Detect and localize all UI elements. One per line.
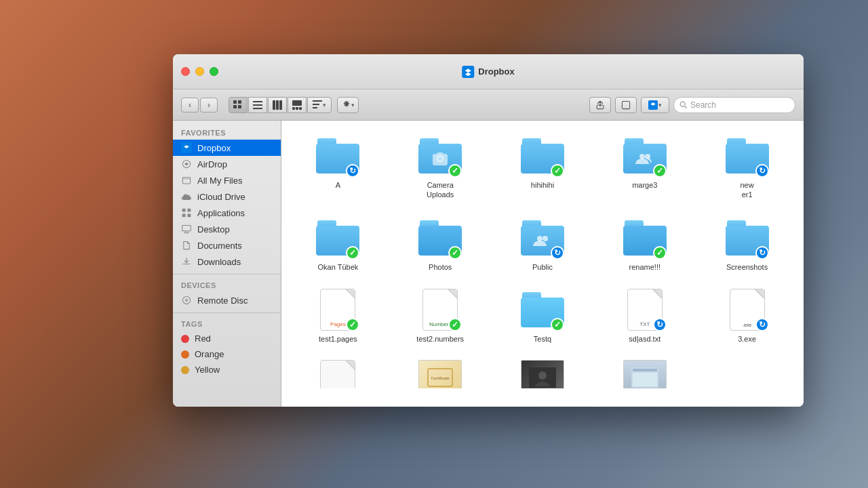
svg-rect-2: [233, 105, 237, 108]
sync-badge: ✓: [653, 246, 667, 260]
file-item[interactable]: ✓ hihihihi: [494, 129, 591, 205]
sidebar-item-all-my-files[interactable]: All My Files: [173, 172, 281, 188]
file-item[interactable]: ✓ Testq: [494, 283, 591, 349]
nav-buttons: ‹ ›: [181, 98, 218, 113]
svg-rect-27: [187, 209, 191, 212]
file-label: newer1: [741, 180, 754, 200]
doc-icon-wrap: Numbers ✓: [418, 288, 462, 331]
file-item[interactable]: ✓ marge3: [596, 129, 693, 205]
svg-rect-46: [633, 373, 657, 386]
svg-point-21: [680, 102, 685, 106]
folder-icon-wrap: ↻: [521, 216, 564, 260]
svg-rect-26: [182, 209, 186, 212]
sidebar-item-remote-disc[interactable]: Remote Disc: [173, 292, 281, 308]
sync-badge: ✓: [346, 318, 359, 331]
dropbox-sidebar-icon: [181, 142, 192, 153]
sidebar-item-airdrop[interactable]: AirDrop: [173, 156, 281, 172]
orange-tag-dot: [181, 350, 189, 359]
svg-point-36: [639, 154, 645, 159]
file-item[interactable]: ↻ Public: [494, 211, 591, 277]
sidebar-item-label: Dropbox: [197, 143, 231, 153]
doc-icon-wrap: .exe ↻: [726, 288, 769, 331]
file-item[interactable]: Certificate: [392, 354, 489, 388]
file-label: 3.exe: [738, 334, 756, 344]
file-item[interactable]: Pages ✓ test1.pages: [290, 283, 387, 349]
folder-icon-wrap: ✓: [521, 134, 564, 178]
sidebar-item-tag-yellow[interactable]: Yellow: [173, 362, 281, 378]
file-item[interactable]: [596, 354, 693, 388]
svg-rect-0: [233, 100, 237, 104]
svg-rect-25: [182, 178, 190, 184]
view-arrange-button[interactable]: ▾: [307, 97, 332, 113]
file-item[interactable]: [494, 354, 591, 388]
sync-badge: ✓: [551, 318, 564, 331]
share-button[interactable]: [589, 97, 611, 113]
search-placeholder: Search: [690, 100, 716, 110]
file-item[interactable]: .exe ↻ 3.exe: [698, 283, 795, 349]
doc-icon-wrap: doc: [316, 360, 359, 388]
file-grid: ↻ A: [290, 129, 795, 388]
svg-rect-19: [622, 101, 629, 108]
titlebar: Dropbox: [173, 54, 804, 89]
maximize-button[interactable]: [210, 67, 218, 76]
sidebar-item-label: AirDrop: [197, 159, 227, 169]
documents-icon: [181, 240, 192, 251]
file-label: Testq: [534, 334, 551, 344]
file-item[interactable]: TXT ↻ sd|asd.txt: [596, 283, 693, 349]
file-label: Screenshots: [726, 262, 768, 272]
sidebar-divider-2: [173, 312, 281, 313]
minimize-button[interactable]: [195, 67, 204, 76]
svg-rect-10: [292, 100, 302, 106]
svg-text:Certificate: Certificate: [431, 376, 450, 380]
file-item[interactable]: ✓ rename!!!: [596, 211, 693, 277]
close-button[interactable]: [181, 67, 190, 76]
file-item[interactable]: ↻ newer1: [698, 129, 795, 205]
view-icon-button[interactable]: [229, 97, 248, 113]
file-item[interactable]: ✓ Okan Tübek: [290, 211, 387, 277]
sidebar-item-label: All My Files: [197, 176, 242, 186]
sidebar-item-tag-red[interactable]: Red: [173, 331, 281, 346]
tag-button[interactable]: [615, 97, 637, 113]
sync-badge: ↻: [755, 164, 769, 178]
sync-badge: ✓: [346, 246, 359, 260]
tags-section-title: TAGS: [173, 317, 281, 331]
svg-rect-16: [313, 107, 317, 108]
sidebar-item-applications[interactable]: Applications: [173, 205, 281, 221]
sidebar-item-dropbox[interactable]: Dropbox: [173, 140, 281, 156]
view-list-button[interactable]: [248, 97, 267, 113]
view-column-button[interactable]: [268, 97, 287, 113]
folder-icon-wrap: ↻: [726, 134, 769, 178]
file-item[interactable]: doc: [290, 354, 387, 388]
sidebar-item-tag-orange[interactable]: Orange: [173, 346, 281, 362]
sidebar-item-downloads[interactable]: Downloads: [173, 253, 281, 270]
photo-thumb: [521, 360, 564, 388]
svg-rect-1: [238, 100, 241, 104]
dropbox-action-button[interactable]: ▾: [641, 97, 669, 113]
file-label: Photos: [429, 262, 452, 272]
folder-icon-wrap: ✓: [418, 134, 462, 178]
sidebar-item-documents[interactable]: Documents: [173, 237, 281, 253]
forward-button[interactable]: ›: [200, 98, 218, 113]
file-item[interactable]: Numbers ✓ test2.numbers: [392, 283, 489, 349]
applications-icon: [181, 207, 192, 218]
file-item[interactable]: ✓ Camera Uploads: [392, 129, 489, 205]
view-cover-button[interactable]: [288, 97, 307, 113]
svg-rect-7: [273, 100, 275, 110]
yellow-tag-dot: [181, 366, 189, 374]
file-item[interactable]: ↻ A: [290, 129, 387, 205]
file-item[interactable]: ↻ Screenshots: [698, 211, 795, 277]
file-label: Camera Uploads: [413, 180, 467, 200]
titlebar-center: Dropbox: [462, 66, 514, 78]
window-title: Dropbox: [478, 66, 514, 77]
gear-button[interactable]: ▾: [337, 97, 359, 113]
search-box[interactable]: Search: [673, 97, 795, 113]
file-label: rename!!!: [629, 262, 660, 272]
downloads-icon: [181, 256, 192, 267]
back-button[interactable]: ‹: [181, 98, 199, 113]
sidebar-item-desktop[interactable]: Desktop: [173, 221, 281, 237]
sidebar-item-icloud[interactable]: iCloud Drive: [173, 188, 281, 205]
svg-marker-20: [650, 102, 656, 106]
svg-rect-9: [279, 100, 282, 110]
content-area: FAVORITES Dropbox AirDrop: [173, 121, 804, 407]
file-item[interactable]: ✓ Photos: [392, 211, 489, 277]
